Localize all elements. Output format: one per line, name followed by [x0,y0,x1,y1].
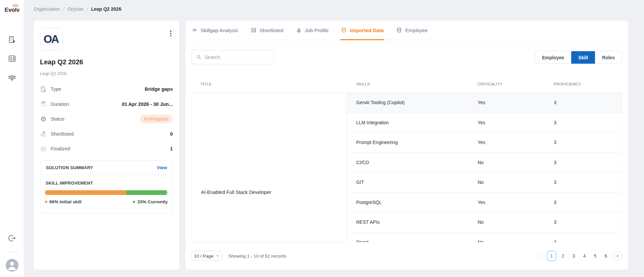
next-page-button[interactable] [613,251,622,261]
job-title-text: AI-Enabled Full Stack Developer [201,190,271,195]
table-header: TITLE SKILLS CRITICALITY PROFICIENCY [192,75,622,93]
field-type: Type Bridge gaps [40,82,173,97]
skill-cell: GIT [347,180,478,185]
breadcrumb-separator: / [63,6,64,12]
page-3-button[interactable]: 3 [570,251,578,261]
proficiency-cell: 3 [554,219,622,225]
tab-shortlisted[interactable]: Shortlisted [251,20,283,40]
user-avatar[interactable] [6,259,18,272]
page-4-button[interactable]: 4 [581,251,588,261]
finalized-icon [40,145,47,152]
criticality-cell: No [478,219,554,225]
tab-label: Imported Data [350,27,384,33]
criticality-cell: Yes [478,100,554,105]
prev-page-button[interactable] [535,251,544,261]
segment-roles[interactable]: Roles [595,51,622,64]
view-link[interactable]: View [157,165,167,170]
sidebar-item-ai-solutions[interactable] [8,74,16,82]
bar-legend: 66% Initial skill 33% Currently [45,199,168,204]
breadcrumb-organization[interactable]: Organization [34,6,60,12]
logout-icon[interactable] [8,234,16,243]
status-badge: In-Progress [140,115,173,123]
tab-label: Job Profile [305,27,329,33]
tab-bar: Skillgap Analysis Shortlisted Job Prof [185,20,628,40]
duration-icon [40,100,47,108]
field-duration: Duration 01 Apr 2026 - 30 Jun... [40,97,173,112]
page-6-button[interactable]: 6 [602,251,610,261]
breadcrumb-separator: / [87,6,88,12]
chevron-right-icon [615,254,620,258]
skill-improvement-bar [45,190,168,195]
page-1-button[interactable]: 1 [547,251,556,261]
type-icon [40,86,47,93]
page-size-select[interactable]: 10 / Page [192,251,222,261]
field-value: 0 [170,131,173,137]
chevron-left-icon [537,254,541,258]
field-value: 1 [170,146,173,151]
solution-summary-title: SOLUTION SUMMARY [46,165,93,170]
status-icon [40,116,47,123]
field-value: Bridge gaps [145,86,173,92]
current-dot [133,201,135,203]
table-footer: 10 / Page Showing 1 - 10 of 52 records 1… [192,250,622,262]
tab-employee[interactable]: Employee [396,20,428,40]
skill-improvement-title: SKILL IMPROVEMENT [45,181,168,186]
criticality-cell: No [478,180,554,185]
sidebar: Evolv [0,0,24,277]
tab-label: Skillgap Analysis [201,27,238,33]
sidebar-item-checklist[interactable] [8,54,16,63]
kebab-menu-icon[interactable] [167,30,174,37]
tab-job-profile[interactable]: Job Profile [296,20,329,40]
skill-cell: CI/CD [347,160,478,165]
database-icon [396,27,402,33]
field-label: Duration [51,101,69,107]
initial-dot [45,201,47,203]
evolv-logo: Evolv [0,7,24,13]
column-skills: SKILLS [356,75,370,93]
criticality-cell: No [478,239,554,242]
segment-skill[interactable]: Skill [571,51,595,64]
proficiency-cell: 3 [554,200,622,205]
column-title: TITLE [201,75,212,93]
gauge-icon [192,27,198,33]
breadcrumb-current: Leap Q2 2026 [91,6,121,12]
person-badge-icon [296,27,302,33]
view-segmented-control: Employee Skill Roles [535,51,622,64]
shortlisted-icon [40,130,47,137]
page-2-button[interactable]: 2 [559,251,567,261]
breadcrumb: Organization / Oryzian / Leap Q2 2026 [34,6,121,12]
table-row[interactable]: PostgreSQL Yes 3 [347,193,622,213]
tab-label: Employee [405,27,428,33]
table-row[interactable]: REST APIs No 3 [347,212,622,232]
tab-imported-data[interactable]: Imported Data [341,20,384,40]
proficiency-cell: 3 [554,120,622,125]
table-row[interactable]: LLM Integration Yes 3 [347,113,622,133]
table-row[interactable]: CI/CD No 3 [347,153,622,173]
table-body[interactable]: AI-Enabled Full Stack Developer GenAI To… [192,93,622,242]
column-proficiency: PROFICIENCY [554,75,581,93]
table-row[interactable]: React No 3 [347,232,622,243]
table-row[interactable]: GenAI Tooling (Copilot) Yes 3 [347,93,622,113]
skill-cell: Prompt Engineering [347,140,478,145]
sidebar-item-organization[interactable] [8,35,16,44]
skill-cell: LLM Integration [347,120,478,125]
solution-summary: SOLUTION SUMMARY View SKILL IMPROVEMENT … [40,160,173,213]
field-status: Status In-Progress [40,112,173,127]
breadcrumb-oryzian[interactable]: Oryzian [67,6,84,12]
proficiency-cell: 3 [554,239,622,242]
skill-cell: REST APIs [347,219,478,225]
skill-cell: GenAI Tooling (Copilot) [347,100,478,105]
segment-employee[interactable]: Employee [535,51,571,64]
project-logo: OA [40,28,63,51]
table-row[interactable]: Prompt Engineering Yes 3 [347,133,622,153]
tab-skillgap-analysis[interactable]: Skillgap Analysis [192,20,238,40]
proficiency-cell: 3 [554,100,622,105]
proficiency-cell: 3 [554,180,622,185]
page-5-button[interactable]: 5 [591,251,599,261]
criticality-cell: Yes [478,140,554,145]
field-label: Finalized [51,146,70,151]
criticality-cell: Yes [478,200,554,205]
search-input[interactable] [205,55,270,60]
main-panel: Skillgap Analysis Shortlisted Job Prof [185,20,628,270]
table-row[interactable]: GIT No 3 [347,172,622,193]
